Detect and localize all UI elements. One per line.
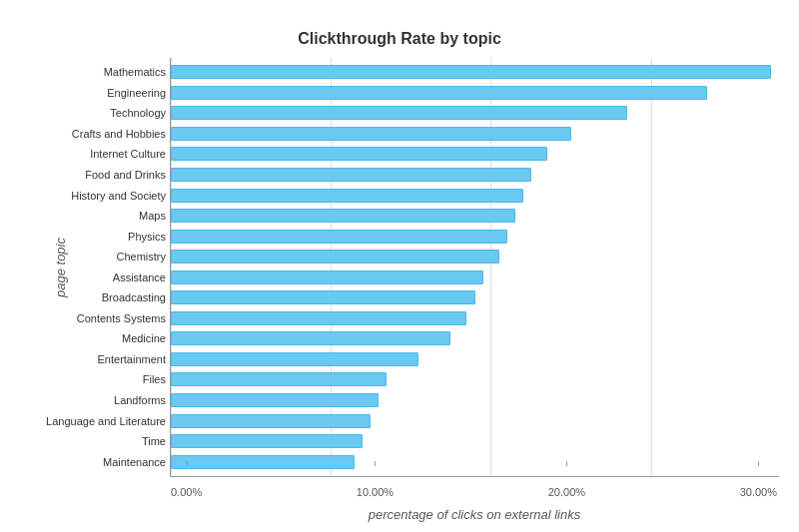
- chart-area: MathematicsEngineeringTechnologyCrafts a…: [170, 58, 779, 477]
- bar: [171, 168, 531, 182]
- bar: [171, 106, 627, 120]
- bar-row: Engineering: [171, 84, 779, 102]
- bar-row: Contents Systems: [171, 309, 779, 327]
- bar-label: Medicine: [6, 332, 166, 344]
- bar-label: Time: [6, 435, 166, 447]
- bar-label: Assistance: [6, 271, 166, 283]
- bar-row: Chemistry: [171, 248, 779, 266]
- bar-row: Maintenance: [171, 453, 779, 471]
- bar-row: Landforms: [171, 391, 779, 409]
- bar-row: Language and Literature: [171, 412, 779, 430]
- bar-row: Files: [171, 370, 779, 388]
- bar: [171, 209, 515, 223]
- bar: [171, 372, 387, 386]
- bar: [171, 65, 771, 79]
- bar: [171, 352, 418, 366]
- bar: [171, 393, 379, 407]
- x-tick-3: 30.00%: [740, 486, 777, 498]
- bar: [171, 331, 450, 345]
- bar-row: Food and Drinks: [171, 166, 779, 184]
- bar-row: Time: [171, 432, 779, 450]
- bar: [171, 86, 707, 100]
- bar-row: Maps: [171, 207, 779, 225]
- x-axis-ticks: 0.00% 10.00% 20.00% 30.00%: [171, 486, 779, 498]
- bar-label: Maps: [6, 210, 166, 222]
- bar-label: Chemistry: [6, 251, 166, 263]
- bar: [171, 290, 475, 304]
- bar: [171, 230, 507, 244]
- bar-label: Physics: [6, 231, 166, 243]
- bar-label: Landforms: [6, 394, 166, 406]
- chart-container: Clickthrough Rate by topic page topic Ma…: [0, 0, 799, 532]
- bar-row: History and Society: [171, 187, 779, 205]
- bar: [171, 311, 466, 325]
- bar-row: Internet Culture: [171, 145, 779, 163]
- bar-row: Broadcasting: [171, 288, 779, 306]
- bars-wrapper: MathematicsEngineeringTechnologyCrafts a…: [171, 58, 779, 476]
- bar: [171, 414, 371, 428]
- bar: [171, 189, 523, 203]
- bar-row: Crafts and Hobbies: [171, 125, 779, 143]
- chart-title: Clickthrough Rate by topic: [20, 30, 779, 48]
- bar-label: Food and Drinks: [6, 169, 166, 181]
- bar-label: Internet Culture: [6, 148, 166, 160]
- y-axis-label: page topic: [53, 238, 68, 297]
- x-tick-1: 10.00%: [357, 486, 394, 498]
- x-axis-label: percentage of clicks on external links: [170, 507, 779, 522]
- bar-row: Entertainment: [171, 350, 779, 368]
- bar: [171, 270, 483, 284]
- bar-row: Medicine: [171, 329, 779, 347]
- bar: [171, 147, 547, 161]
- bar-label: Files: [6, 373, 166, 385]
- x-tick-2: 20.00%: [548, 486, 585, 498]
- bar-row: Physics: [171, 228, 779, 246]
- bar: [171, 455, 355, 469]
- bar: [171, 250, 499, 264]
- x-tick-0: 0.00%: [171, 486, 202, 498]
- bar-label: Language and Literature: [6, 415, 166, 427]
- bar-label: History and Society: [6, 190, 166, 202]
- bar-row: Mathematics: [171, 63, 779, 81]
- bar-row: Assistance: [171, 268, 779, 286]
- bar-label: Broadcasting: [6, 291, 166, 303]
- bar-label: Crafts and Hobbies: [6, 128, 166, 140]
- bar-label: Mathematics: [6, 66, 166, 78]
- bar-label: Engineering: [6, 87, 166, 99]
- bar-label: Maintenance: [6, 456, 166, 468]
- bar-label: Contents Systems: [6, 312, 166, 324]
- bar-label: Technology: [6, 107, 166, 119]
- bar-label: Entertainment: [6, 353, 166, 365]
- bar-row: Technology: [171, 104, 779, 122]
- bar: [171, 434, 363, 448]
- bar: [171, 127, 571, 141]
